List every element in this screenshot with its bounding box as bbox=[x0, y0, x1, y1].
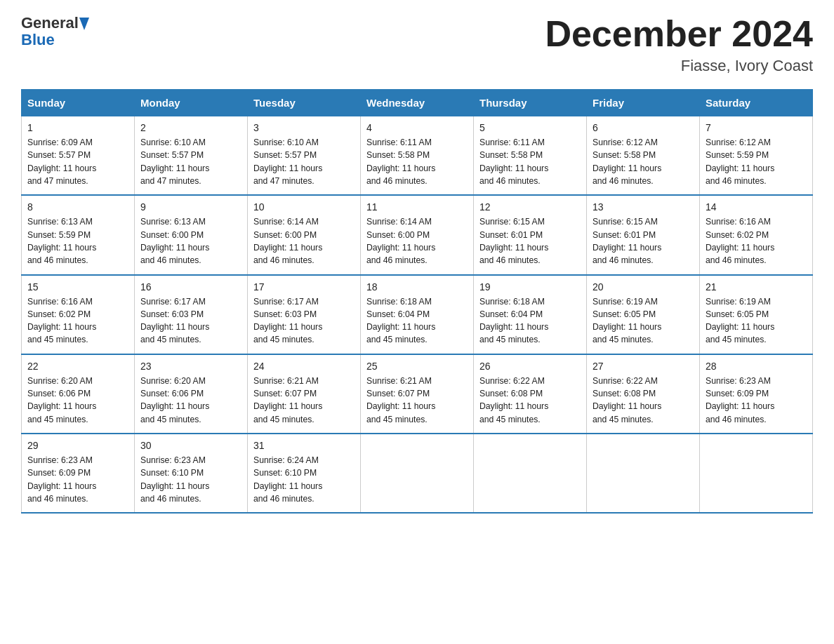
calendar-cell: 17Sunrise: 6:17 AMSunset: 6:03 PMDayligh… bbox=[248, 275, 361, 354]
day-info: Sunrise: 6:24 AMSunset: 6:10 PMDaylight:… bbox=[253, 454, 355, 505]
calendar-cell: 9Sunrise: 6:13 AMSunset: 6:00 PMDaylight… bbox=[135, 195, 248, 274]
calendar-cell: 13Sunrise: 6:15 AMSunset: 6:01 PMDayligh… bbox=[587, 195, 700, 274]
day-number: 15 bbox=[27, 281, 128, 293]
day-info: Sunrise: 6:19 AMSunset: 6:05 PMDaylight:… bbox=[593, 295, 694, 347]
calendar-cell: 15Sunrise: 6:16 AMSunset: 6:02 PMDayligh… bbox=[22, 275, 135, 354]
calendar-week-row: 15Sunrise: 6:16 AMSunset: 6:02 PMDayligh… bbox=[22, 275, 813, 354]
day-number: 22 bbox=[27, 361, 128, 372]
logo: General Blue bbox=[21, 14, 89, 49]
day-info: Sunrise: 6:10 AMSunset: 5:57 PMDaylight:… bbox=[253, 136, 355, 187]
day-number: 16 bbox=[140, 281, 241, 293]
day-info: Sunrise: 6:19 AMSunset: 6:05 PMDaylight:… bbox=[706, 295, 807, 347]
calendar-cell: 16Sunrise: 6:17 AMSunset: 6:03 PMDayligh… bbox=[135, 275, 248, 354]
calendar-cell bbox=[361, 434, 474, 513]
day-info: Sunrise: 6:16 AMSunset: 6:02 PMDaylight:… bbox=[706, 215, 807, 267]
calendar-cell: 10Sunrise: 6:14 AMSunset: 6:00 PMDayligh… bbox=[248, 195, 361, 274]
column-header-thursday: Thursday bbox=[474, 90, 587, 116]
title-block: December 2024 Fiasse, Ivory Coast bbox=[545, 14, 813, 75]
column-header-wednesday: Wednesday bbox=[361, 90, 474, 116]
calendar-cell: 30Sunrise: 6:23 AMSunset: 6:10 PMDayligh… bbox=[135, 434, 248, 513]
calendar-cell: 21Sunrise: 6:19 AMSunset: 6:05 PMDayligh… bbox=[700, 275, 813, 354]
calendar-cell: 8Sunrise: 6:13 AMSunset: 5:59 PMDaylight… bbox=[22, 195, 135, 274]
calendar-cell bbox=[700, 434, 813, 513]
column-header-friday: Friday bbox=[587, 90, 700, 116]
day-number: 6 bbox=[593, 122, 694, 133]
day-info: Sunrise: 6:18 AMSunset: 6:04 PMDaylight:… bbox=[366, 295, 468, 347]
calendar-cell: 14Sunrise: 6:16 AMSunset: 6:02 PMDayligh… bbox=[700, 195, 813, 274]
day-number: 30 bbox=[140, 440, 241, 451]
day-number: 18 bbox=[366, 281, 468, 293]
calendar-cell: 18Sunrise: 6:18 AMSunset: 6:04 PMDayligh… bbox=[361, 275, 474, 354]
day-number: 7 bbox=[706, 122, 807, 133]
day-number: 23 bbox=[140, 361, 241, 372]
day-number: 25 bbox=[366, 361, 468, 372]
day-number: 8 bbox=[27, 201, 128, 213]
day-number: 26 bbox=[479, 361, 581, 372]
day-info: Sunrise: 6:20 AMSunset: 6:06 PMDaylight:… bbox=[27, 375, 128, 426]
day-info: Sunrise: 6:14 AMSunset: 6:00 PMDaylight:… bbox=[253, 215, 355, 267]
calendar-week-row: 29Sunrise: 6:23 AMSunset: 6:09 PMDayligh… bbox=[22, 434, 813, 513]
column-header-sunday: Sunday bbox=[22, 90, 135, 116]
day-number: 28 bbox=[706, 361, 807, 372]
calendar-cell: 22Sunrise: 6:20 AMSunset: 6:06 PMDayligh… bbox=[22, 354, 135, 434]
day-number: 11 bbox=[366, 201, 468, 213]
calendar-cell: 3Sunrise: 6:10 AMSunset: 5:57 PMDaylight… bbox=[248, 116, 361, 196]
logo-blue-text: Blue bbox=[21, 31, 55, 48]
logo-general-text: General bbox=[21, 14, 79, 32]
calendar-cell: 29Sunrise: 6:23 AMSunset: 6:09 PMDayligh… bbox=[22, 434, 135, 513]
day-info: Sunrise: 6:23 AMSunset: 6:09 PMDaylight:… bbox=[27, 454, 128, 505]
calendar-week-row: 22Sunrise: 6:20 AMSunset: 6:06 PMDayligh… bbox=[22, 354, 813, 434]
page-header: General Blue December 2024 Fiasse, Ivory… bbox=[21, 14, 813, 75]
day-number: 20 bbox=[593, 281, 694, 293]
calendar-cell: 27Sunrise: 6:22 AMSunset: 6:08 PMDayligh… bbox=[587, 354, 700, 434]
day-info: Sunrise: 6:13 AMSunset: 6:00 PMDaylight:… bbox=[140, 215, 241, 267]
day-number: 29 bbox=[27, 440, 128, 451]
day-info: Sunrise: 6:22 AMSunset: 6:08 PMDaylight:… bbox=[479, 375, 581, 426]
day-number: 5 bbox=[479, 122, 581, 133]
day-info: Sunrise: 6:15 AMSunset: 6:01 PMDaylight:… bbox=[593, 215, 694, 267]
column-header-saturday: Saturday bbox=[700, 90, 813, 116]
day-info: Sunrise: 6:17 AMSunset: 6:03 PMDaylight:… bbox=[253, 295, 355, 347]
day-info: Sunrise: 6:12 AMSunset: 5:59 PMDaylight:… bbox=[706, 136, 807, 187]
day-number: 24 bbox=[253, 361, 355, 372]
calendar-cell: 2Sunrise: 6:10 AMSunset: 5:57 PMDaylight… bbox=[135, 116, 248, 196]
day-number: 2 bbox=[140, 122, 241, 133]
column-header-tuesday: Tuesday bbox=[248, 90, 361, 116]
column-header-monday: Monday bbox=[135, 90, 248, 116]
calendar-cell: 7Sunrise: 6:12 AMSunset: 5:59 PMDaylight… bbox=[700, 116, 813, 196]
day-number: 31 bbox=[253, 440, 355, 451]
calendar-header-row: SundayMondayTuesdayWednesdayThursdayFrid… bbox=[22, 90, 813, 116]
day-info: Sunrise: 6:21 AMSunset: 6:07 PMDaylight:… bbox=[366, 375, 468, 426]
location-text: Fiasse, Ivory Coast bbox=[545, 57, 813, 75]
day-number: 19 bbox=[479, 281, 581, 293]
calendar-cell: 20Sunrise: 6:19 AMSunset: 6:05 PMDayligh… bbox=[587, 275, 700, 354]
calendar-cell: 11Sunrise: 6:14 AMSunset: 6:00 PMDayligh… bbox=[361, 195, 474, 274]
calendar-cell: 12Sunrise: 6:15 AMSunset: 6:01 PMDayligh… bbox=[474, 195, 587, 274]
day-number: 13 bbox=[593, 201, 694, 213]
day-info: Sunrise: 6:23 AMSunset: 6:10 PMDaylight:… bbox=[140, 454, 241, 505]
calendar-cell: 5Sunrise: 6:11 AMSunset: 5:58 PMDaylight… bbox=[474, 116, 587, 196]
day-info: Sunrise: 6:23 AMSunset: 6:09 PMDaylight:… bbox=[706, 375, 807, 426]
day-info: Sunrise: 6:21 AMSunset: 6:07 PMDaylight:… bbox=[253, 375, 355, 426]
calendar-week-row: 1Sunrise: 6:09 AMSunset: 5:57 PMDaylight… bbox=[22, 116, 813, 196]
calendar-cell: 24Sunrise: 6:21 AMSunset: 6:07 PMDayligh… bbox=[248, 354, 361, 434]
month-title: December 2024 bbox=[545, 14, 813, 54]
day-number: 4 bbox=[366, 122, 468, 133]
svg-marker-0 bbox=[79, 18, 89, 30]
day-info: Sunrise: 6:18 AMSunset: 6:04 PMDaylight:… bbox=[479, 295, 581, 347]
calendar-cell: 25Sunrise: 6:21 AMSunset: 6:07 PMDayligh… bbox=[361, 354, 474, 434]
logo-triangle-icon bbox=[79, 18, 89, 30]
calendar-cell bbox=[587, 434, 700, 513]
day-info: Sunrise: 6:12 AMSunset: 5:58 PMDaylight:… bbox=[593, 136, 694, 187]
calendar-table: SundayMondayTuesdayWednesdayThursdayFrid… bbox=[21, 89, 813, 514]
calendar-week-row: 8Sunrise: 6:13 AMSunset: 5:59 PMDaylight… bbox=[22, 195, 813, 274]
day-info: Sunrise: 6:11 AMSunset: 5:58 PMDaylight:… bbox=[366, 136, 468, 187]
calendar-cell: 19Sunrise: 6:18 AMSunset: 6:04 PMDayligh… bbox=[474, 275, 587, 354]
calendar-cell: 6Sunrise: 6:12 AMSunset: 5:58 PMDaylight… bbox=[587, 116, 700, 196]
day-number: 1 bbox=[27, 122, 128, 133]
day-number: 10 bbox=[253, 201, 355, 213]
day-info: Sunrise: 6:09 AMSunset: 5:57 PMDaylight:… bbox=[27, 136, 128, 187]
day-info: Sunrise: 6:20 AMSunset: 6:06 PMDaylight:… bbox=[140, 375, 241, 426]
calendar-cell: 31Sunrise: 6:24 AMSunset: 6:10 PMDayligh… bbox=[248, 434, 361, 513]
day-number: 21 bbox=[706, 281, 807, 293]
